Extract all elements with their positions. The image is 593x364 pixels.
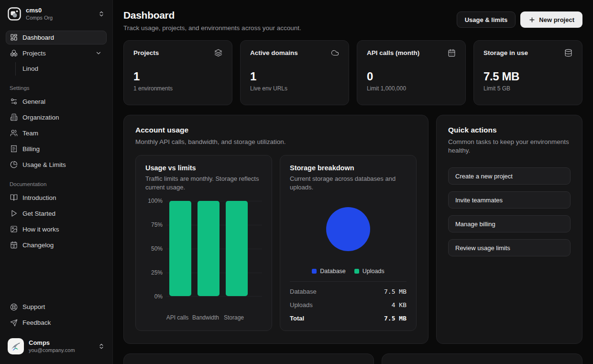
book-open-icon	[10, 194, 18, 201]
account-usage-title: Account usage	[135, 126, 417, 134]
usage-bar-chart: 100% 75% 50% 25% 0%	[145, 201, 262, 310]
sidebar-item-support[interactable]: Support	[6, 300, 107, 314]
quick-actions-card: Quick actions Common tasks to keep your …	[436, 115, 582, 344]
stats-grid: Projects 1 1 environments Active domains…	[123, 40, 582, 105]
plot-area	[166, 201, 262, 297]
sidebar-item-label: Introduction	[22, 194, 56, 201]
stat-value: 0	[367, 70, 456, 83]
main-content: Dashboard Track usage, projects, and env…	[113, 0, 593, 364]
user-email: you@company.com	[29, 347, 93, 353]
database-icon	[564, 49, 572, 57]
receipt-icon	[10, 145, 18, 153]
sidebar-item-label: Dashboard	[22, 34, 54, 41]
account-usage-card: Account usage Monthly API calls, bandwid…	[123, 115, 428, 344]
stat-label: Projects	[133, 49, 159, 56]
create-new-project-button[interactable]: Create a new project	[448, 167, 571, 185]
dashboard-icon	[10, 33, 18, 41]
bottom-card-left	[123, 353, 374, 364]
stat-card-api-calls: API calls (month) 0 Limit 1,000,000	[357, 40, 466, 105]
chevrons-up-down-icon	[98, 343, 105, 350]
storage-breakdown-card: Storage breakdown Current storage across…	[280, 155, 417, 331]
boxes-icon	[10, 49, 18, 57]
stat-value: 1	[250, 70, 339, 83]
account-usage-description: Monthly API calls, bandwidth, and storag…	[135, 138, 417, 146]
sidebar-item-feedback[interactable]: Feedback	[6, 316, 107, 330]
cloud-icon	[331, 49, 339, 57]
sidebar-item-team[interactable]: Team	[6, 126, 107, 140]
usage-vs-limits-title: Usage vs limits	[145, 164, 262, 172]
sidebar-item-how-it-works[interactable]: How it works	[6, 222, 107, 236]
sidebar-item-billing[interactable]: Billing	[6, 142, 107, 156]
divider	[290, 281, 406, 282]
quick-actions-description: Common tasks to keep your environments h…	[448, 138, 571, 155]
bar-api-calls	[169, 201, 191, 296]
sidebar-item-label: Changelog	[22, 242, 54, 249]
sidebar: cms0 Comps Org Dashboard Projects Linod …	[0, 0, 113, 364]
life-buoy-icon	[10, 303, 18, 311]
calendar-icon	[448, 49, 456, 57]
sidebar-item-introduction[interactable]: Introduction	[6, 191, 107, 205]
stat-sub: Limit 5 GB	[483, 85, 572, 92]
sidebar-item-linod[interactable]: Linod	[15, 62, 107, 76]
user-name: Comps	[29, 339, 93, 347]
new-project-button[interactable]: New project	[520, 11, 582, 28]
legend-swatch-database	[312, 269, 317, 274]
plus-icon	[528, 16, 536, 23]
sidebar-nav: Dashboard Projects Linod Settings Genera…	[6, 31, 107, 254]
sidebar-item-label: Support	[22, 303, 45, 310]
users-icon	[10, 129, 18, 137]
stat-label: API calls (month)	[367, 49, 419, 56]
send-icon	[10, 319, 18, 327]
building-icon	[10, 113, 18, 121]
bottom-card-right	[382, 353, 582, 364]
storage-row-uploads: Uploads 4 KB	[290, 301, 406, 309]
stat-sub: 1 environments	[133, 85, 222, 92]
x-axis-labels: API calls Bandwidth Storage	[145, 314, 262, 322]
storage-breakdown-description: Current storage across databases and upl…	[290, 175, 406, 192]
sidebar-item-changelog[interactable]: Changelog	[6, 238, 107, 252]
chevron-down-icon	[95, 50, 102, 56]
sidebar-footer: Support Feedback Comps you@compan	[6, 300, 107, 357]
pie-chart-icon	[10, 161, 18, 168]
sidebar-item-label: Projects	[22, 50, 46, 57]
storage-pie	[326, 207, 370, 251]
usage-vs-limits-description: Traffic limits are monthly. Storage refl…	[145, 175, 262, 192]
sliders-icon	[10, 98, 18, 105]
sidebar-item-label: General	[22, 98, 45, 105]
play-icon	[10, 210, 18, 217]
section-label-documentation: Documentation	[6, 181, 107, 187]
sidebar-subitem-label: Linod	[22, 65, 38, 72]
manage-billing-button[interactable]: Manage billing	[448, 215, 571, 232]
page-subtitle: Track usage, projects, and environments …	[123, 24, 301, 32]
sidebar-item-organization[interactable]: Organization	[6, 110, 107, 124]
org-switcher[interactable]: cms0 Comps Org	[6, 5, 107, 23]
bar-storage	[226, 201, 248, 296]
sidebar-item-label: Usage & Limits	[22, 161, 66, 168]
stat-sub: Live env URLs	[250, 85, 339, 92]
chevrons-up-down-icon	[98, 11, 105, 17]
org-name: cms0	[26, 7, 93, 14]
invite-teammates-button[interactable]: Invite teammates	[448, 191, 571, 209]
sidebar-item-get-started[interactable]: Get Started	[6, 207, 107, 221]
sidebar-item-usage-limits[interactable]: Usage & Limits	[6, 158, 107, 172]
storage-row-database: Database 7.5 MB	[290, 288, 406, 295]
stat-label: Active domains	[250, 49, 298, 56]
pie-legend: Database Uploads	[290, 268, 406, 275]
legend-swatch-uploads	[354, 269, 359, 274]
stat-card-storage: Storage in use 7.5 MB Limit 5 GB	[473, 40, 582, 105]
section-label-settings: Settings	[6, 85, 107, 91]
stat-value: 1	[133, 70, 222, 83]
stat-value: 7.5 MB	[483, 70, 572, 83]
quick-actions-title: Quick actions	[448, 126, 571, 134]
stat-sub: Limit 1,000,000	[367, 85, 456, 92]
stat-label: Storage in use	[483, 49, 528, 56]
user-menu[interactable]: Comps you@company.com	[6, 335, 107, 357]
usage-limits-button[interactable]: Usage & limits	[457, 11, 516, 28]
sidebar-item-projects[interactable]: Projects	[6, 46, 107, 60]
stat-card-active-domains: Active domains 1 Live env URLs	[240, 40, 349, 105]
review-usage-limits-button[interactable]: Review usage limits	[448, 239, 571, 256]
sidebar-item-dashboard[interactable]: Dashboard	[6, 31, 107, 44]
sidebar-item-label: How it works	[22, 226, 59, 233]
sidebar-item-label: Get Started	[22, 210, 55, 217]
sidebar-item-general[interactable]: General	[6, 95, 107, 109]
